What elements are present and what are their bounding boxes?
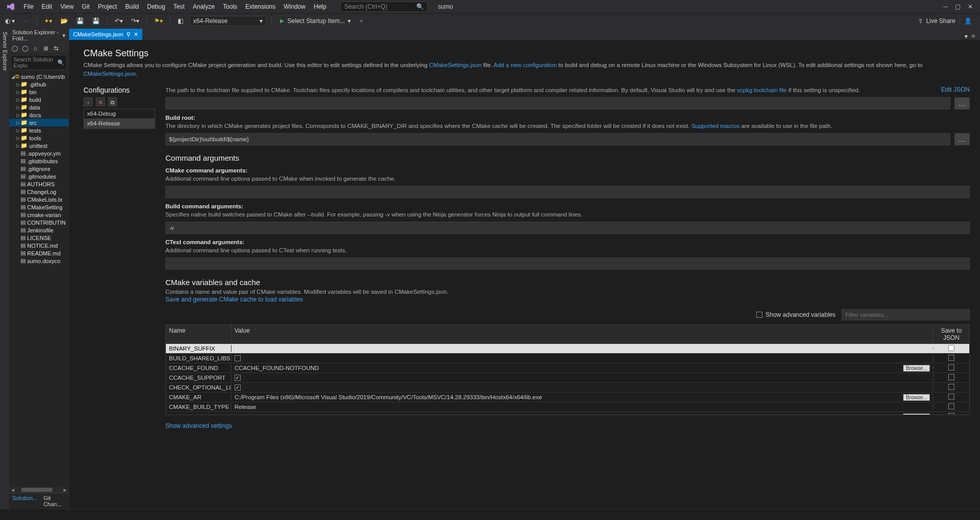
tree-item[interactable]: ▤.gitmodules <box>9 172 69 180</box>
back-button[interactable]: ◐ ▾ <box>3 16 17 26</box>
close-button[interactable]: ✕ <box>968 3 973 10</box>
tree-item[interactable]: ▷📁src <box>9 119 69 126</box>
pin-icon[interactable]: ⚲ <box>126 31 131 38</box>
misc-button[interactable]: ◧ <box>176 16 185 26</box>
ctest-args-input[interactable] <box>165 257 970 270</box>
toolchain-browse-button[interactable]: … <box>954 97 970 110</box>
table-row[interactable]: CMAKE_BUILD_TYPERelease <box>166 402 969 412</box>
tree-item[interactable]: ▤cmake-varian <box>9 211 69 219</box>
save-checkbox[interactable] <box>948 413 954 415</box>
startup-button[interactable]: ▶ Select Startup Item... ▾ <box>277 17 354 25</box>
save-all-button[interactable]: 💾 <box>90 16 102 26</box>
tree-item[interactable]: ▤ChangeLog <box>9 188 69 196</box>
save-checkbox[interactable] <box>948 394 954 400</box>
tree-item[interactable]: ▷📁docs <box>9 111 69 119</box>
filter-variables-input[interactable] <box>842 309 970 320</box>
buildroot-browse-button[interactable]: … <box>954 133 970 145</box>
close-tab-icon[interactable]: ✕ <box>134 31 138 38</box>
save-checkbox[interactable] <box>948 384 954 390</box>
menu-view[interactable]: View <box>56 1 78 12</box>
table-row[interactable]: CCACHE_FOUNDCCACHE_FOUND-NOTFOUNDBrowse.… <box>166 363 969 373</box>
menu-edit[interactable]: Edit <box>37 1 56 12</box>
browse-button[interactable]: Browse... <box>903 394 930 401</box>
tree-item[interactable]: ▷📁data <box>9 103 69 111</box>
menu-debug[interactable]: Debug <box>143 1 169 12</box>
browse-button[interactable]: Browse... <box>903 414 930 415</box>
tab-more-icon[interactable]: ✧ <box>971 33 976 40</box>
solution-search-input[interactable]: Search Solution Explo 🔍 <box>11 55 67 70</box>
tree-item[interactable]: ▤AUTHORS <box>9 180 69 188</box>
col-header-value[interactable]: Value <box>231 325 933 343</box>
tree-item[interactable]: ◢⧉sumo (C:\Users\b <box>9 73 69 80</box>
table-row[interactable]: CHECK_OPTIONAL_LIBS <box>166 383 969 393</box>
menu-test[interactable]: Test <box>169 1 189 12</box>
tree-item[interactable]: ▤.appveyor.ym <box>9 149 69 157</box>
tree-item[interactable]: ▷📁tests <box>9 126 69 134</box>
show-advanced-settings-link[interactable]: Show advanced settings <box>165 422 232 429</box>
col-header-name[interactable]: Name <box>166 325 231 343</box>
table-row[interactable]: CCACHE_SUPPORT <box>166 373 969 383</box>
tab-overflow-icon[interactable]: ▾ <box>965 33 968 40</box>
menu-build[interactable]: Build <box>121 1 143 12</box>
tree-item[interactable]: ▤CMakeSetting <box>9 203 69 211</box>
table-row[interactable]: BINARY_SUFFIX <box>166 344 969 354</box>
save-checkbox[interactable] <box>948 403 954 409</box>
config-select[interactable]: x64-Release▾ <box>189 16 266 26</box>
delete-config-button[interactable]: ✕ <box>96 97 105 106</box>
value-checkbox[interactable] <box>235 384 241 391</box>
menu-window[interactable]: Window <box>280 1 310 12</box>
save-checkbox[interactable] <box>948 355 954 361</box>
account-icon[interactable]: 👤 <box>964 17 972 25</box>
value-checkbox[interactable] <box>235 375 241 381</box>
liveshare-button[interactable]: Live Share <box>926 17 955 25</box>
forward-button[interactable]: → <box>21 16 31 26</box>
side-tab-toolbox[interactable]: Toolbox <box>0 28 1 509</box>
build-args-input[interactable] <box>165 222 970 234</box>
cmakesettings-link-2[interactable]: CMakeSettings.json <box>83 71 136 77</box>
bottom-tab[interactable]: Git Chan... <box>40 493 69 509</box>
config-item[interactable]: x64-Debug <box>84 109 155 119</box>
tree-item[interactable]: ▤Jenkinsfile <box>9 226 69 234</box>
tree-item[interactable]: ▷📁unittest <box>9 142 69 149</box>
tree-item[interactable]: ▷📁build <box>9 96 69 103</box>
menu-extensions[interactable]: Extensions <box>241 1 280 12</box>
add-config-button[interactable]: ＋ <box>83 97 93 106</box>
undo-button[interactable]: ↶▾ <box>113 16 125 26</box>
config-item[interactable]: x64-Release <box>84 119 155 128</box>
edit-json-link[interactable]: Edit JSON <box>941 86 970 93</box>
tree-item[interactable]: ▤README.md <box>9 249 69 257</box>
open-button[interactable]: 📂 <box>58 16 70 26</box>
tree-item[interactable]: ▤.gitignore <box>9 165 69 172</box>
save-checkbox[interactable] <box>948 374 954 380</box>
split-dropdown[interactable]: ▾ <box>358 16 365 26</box>
menu-file[interactable]: File <box>19 1 37 12</box>
sync-icon[interactable]: ⇆ <box>52 45 59 52</box>
menu-help[interactable]: Help <box>310 1 331 12</box>
document-tab[interactable]: CMakeSettings.json ⚲ ✕ <box>69 29 142 40</box>
menu-tools[interactable]: Tools <box>219 1 241 12</box>
switch-views-icon[interactable]: ⊞ <box>42 45 49 52</box>
scroll-right-icon[interactable]: ▸ <box>61 486 69 493</box>
save-checkbox[interactable] <box>948 364 954 371</box>
tree-item[interactable]: ▷📁tools <box>9 134 69 142</box>
side-tab-server-explorer[interactable]: Server Explorer <box>1 28 9 509</box>
cmake-args-input[interactable] <box>165 186 970 198</box>
tree-item[interactable]: ▤CONTRIBUTIN <box>9 219 69 226</box>
menu-project[interactable]: Project <box>94 1 121 12</box>
tree-item[interactable]: ▷📁.github <box>9 80 69 88</box>
home-icon[interactable]: ⌂ <box>32 45 39 52</box>
cmakesettings-link[interactable]: CMakeSettings.json <box>429 62 481 68</box>
add-configuration-link[interactable]: Add a new configuration <box>494 62 557 68</box>
bottom-tab[interactable]: Solution... <box>9 493 40 509</box>
maximize-button[interactable]: ▢ <box>955 3 961 10</box>
new-button[interactable]: ✦▾ <box>42 16 54 26</box>
search-input[interactable]: Search (Ctrl+Q) 🔍 <box>340 2 428 12</box>
toolchain-file-input[interactable] <box>165 97 950 110</box>
table-row[interactable]: BUILD_SHARED_LIBS <box>166 354 969 363</box>
horizontal-scrollbar[interactable]: ◂▸ <box>9 487 69 493</box>
dropdown-icon[interactable]: ▾ <box>62 32 66 39</box>
browse-button[interactable]: Browse... <box>903 365 930 372</box>
show-advanced-vars-checkbox[interactable]: Show advanced variables <box>756 311 836 318</box>
tree-item[interactable]: ▤CMakeLists.tx <box>9 196 69 203</box>
save-checkbox[interactable] <box>948 345 954 351</box>
